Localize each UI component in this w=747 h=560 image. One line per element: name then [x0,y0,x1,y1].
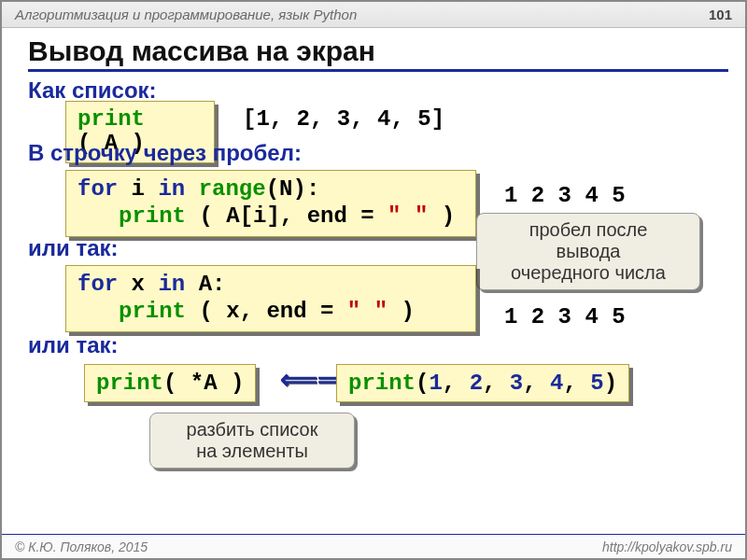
kw-print: print [78,106,145,132]
output-1: [1, 2, 3, 4, 5] [243,106,444,132]
footer-bar: © К.Ю. Поляков, 2015 http://kpolyakov.sp… [2,534,745,558]
callout-tail-icon [514,193,537,216]
code2-line1: for i in range(N): [78,176,464,203]
course-title: Алгоритмизация и программирование, язык … [15,7,357,22]
code-box-3: for x in A: print ( x, end = " " ) [65,265,476,332]
callout1-text: пробел после вывода очередного числа [511,219,666,283]
copyright: © К.Ю. Поляков, 2015 [15,539,148,554]
code-box-4b: print(1, 2, 3, 4, 5) [336,364,629,402]
subhead-4: или так: [28,332,119,358]
code2-line2: print ( A[i], end = " " ) [78,203,464,231]
callout-space: пробел после вывода очередного числа [476,213,700,290]
footer-url: http://kpolyakov.spb.ru [602,539,732,554]
page-title: Вывод массива на экран [28,35,728,72]
code3-line1: for x in A: [78,272,464,299]
output-3: 1 2 3 4 5 [504,304,626,329]
subhead-2: В строчку через пробел: [28,140,302,166]
callout-split: разбить список на элементы [149,413,355,469]
callout-tail-icon [173,393,195,415]
page-number: 101 [709,7,732,22]
code3-line2: print ( x, end = " " ) [78,299,464,326]
slide-content: Вывод массива на экран Как список: print… [28,35,728,105]
subhead-3: или так: [28,235,119,261]
subhead-1: Как список: [28,77,728,104]
code-box-4a: print( *A ) [84,364,256,402]
header-bar: Алгоритмизация и программирование, язык … [2,2,745,28]
callout2-text: разбить список на элементы [187,419,318,461]
code-box-2: for i in range(N): print ( A[i], end = "… [65,170,476,237]
